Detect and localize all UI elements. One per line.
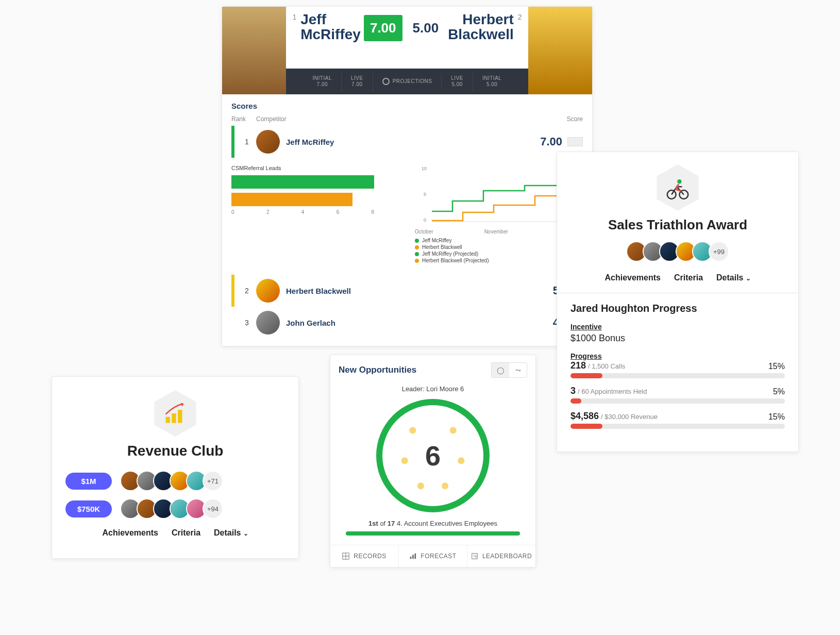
score-row[interactable]: 2 Herbert Blackwell 5. [231, 275, 583, 307]
row-score: 5. [521, 284, 562, 297]
projections-icon [382, 78, 390, 85]
rank-of: of [378, 520, 388, 527]
metric-value: $4,586 [570, 411, 599, 421]
tab-initial-left[interactable]: INITIAL 7.00 [304, 71, 342, 92]
forecast-button[interactable]: FORECAST [399, 545, 467, 567]
svg-rect-12 [410, 557, 412, 559]
tier-avatars: +94 [120, 498, 223, 519]
tab-criteria[interactable]: Criteria [674, 273, 703, 282]
score-right: 5.00 [407, 15, 445, 41]
chevron-down-icon: ⌄ [746, 275, 751, 282]
matchup-scores: 7.00 5.00 [364, 15, 445, 41]
revenue-club-card: Revenue Club $1M +71 $750K +94 Achieveme… [52, 376, 299, 559]
svg-rect-13 [412, 555, 414, 559]
chart-view-toggle[interactable]: ⤳ [509, 363, 527, 377]
tab-projections[interactable]: PROJECTIONS [373, 74, 442, 89]
row-rank: 3 [238, 319, 256, 327]
growth-chart-icon [161, 399, 189, 427]
avatar [256, 311, 280, 335]
avatar [256, 130, 280, 154]
gauge-view-toggle[interactable]: ◯ [492, 363, 509, 377]
metric-value: 3 [570, 386, 576, 396]
row-rank: 2 [238, 287, 256, 295]
axis-tick: November [484, 229, 508, 235]
tab-label: LIVE [351, 75, 363, 81]
legend-label: Herbert Blackwell [422, 244, 462, 250]
competitor-2-name: Herbert Blackwell [448, 12, 514, 42]
legend-label: Jeff McRiffey (Projected) [422, 251, 478, 257]
svg-text:0: 0 [424, 218, 426, 223]
progress-title: Jared Houghton Progress [570, 303, 785, 314]
competitor-1-first: Jeff [300, 12, 361, 27]
avatar-overflow[interactable]: +99 [709, 241, 729, 262]
competitor-2-last: Blackwell [448, 27, 514, 42]
tab-live-left[interactable]: LIVE 7.00 [342, 71, 373, 92]
avatar-overflow[interactable]: +71 [203, 471, 223, 491]
metric-percent: 15% [768, 362, 785, 371]
bar-chart-axis: 0 2 4 6 8 [231, 209, 374, 215]
incentive-value: $1000 Bonus [570, 333, 785, 344]
metric-target: / $30,000 Revenue [601, 413, 658, 421]
matchup-card: 1 Jeff McRiffey 7.00 5.00 Herbert Blackw… [222, 6, 593, 346]
competitor-2-first: Herbert [448, 12, 514, 27]
gauge-value: 6 [425, 440, 441, 472]
opportunities-header: New Opportunities ◯ ⤳ [330, 355, 535, 385]
button-label: LEADERBOARD [482, 553, 532, 560]
divider [557, 293, 798, 293]
tab-label: Details [716, 273, 743, 282]
tier-pill[interactable]: $1M [65, 473, 112, 490]
row-badge [567, 137, 583, 146]
progress-metric: 3/ 60 Appointments Held 5% [570, 386, 785, 404]
rank-number: 1st [368, 520, 378, 527]
tab-achievements[interactable]: Achievements [103, 528, 159, 538]
tab-initial-right[interactable]: INITIAL 5.00 [473, 71, 511, 92]
row-rank: 1 [238, 138, 256, 146]
bar-series-1 [231, 175, 374, 189]
gauge-wrap: 6 [330, 396, 535, 517]
triathlon-avatars: +99 [570, 241, 785, 262]
tab-value: 5.00 [482, 81, 501, 88]
revenue-title: Revenue Club [65, 443, 285, 459]
avatar-overflow[interactable]: +94 [203, 498, 223, 519]
bar-chart-icon [409, 553, 416, 560]
leaderboard-button[interactable]: LEADERBOARD [467, 545, 535, 567]
tab-value: 7.00 [351, 81, 363, 88]
metric-target: / 1,500 Calls [588, 362, 625, 370]
avatar [256, 279, 280, 303]
rank-text: 1st of 17 4. Account Executives Employee… [346, 520, 520, 527]
progress-bar [570, 398, 785, 404]
triathlon-tabs: Achievements Criteria Details⌄ [570, 273, 785, 282]
tab-details[interactable]: Details⌄ [214, 528, 248, 538]
tab-criteria[interactable]: Criteria [172, 528, 200, 538]
button-label: FORECAST [421, 553, 456, 560]
svg-point-8 [677, 179, 681, 183]
tab-value: 7.00 [313, 81, 332, 88]
rank-bar [346, 531, 520, 536]
svg-rect-18 [178, 410, 182, 423]
col-competitor: Competitor [256, 115, 542, 123]
axis-tick: 8 [372, 209, 375, 215]
svg-rect-16 [165, 417, 170, 423]
rank-rest: 4. Account Executives Employees [395, 520, 497, 527]
score-row[interactable]: 3 John Gerlach 4. [231, 307, 583, 339]
tab-achievements[interactable]: Achievements [605, 273, 661, 282]
triathlon-badge [654, 164, 701, 211]
tab-live-right[interactable]: LIVE 5.00 [442, 71, 473, 92]
progress-bar [570, 373, 785, 378]
legend-dot-icon [415, 245, 419, 249]
row-name: Herbert Blackwell [286, 287, 521, 295]
tab-value: 5.00 [451, 81, 463, 88]
view-toggles: ◯ ⤳ [491, 362, 527, 378]
tier-pill[interactable]: $750K [65, 500, 112, 517]
progress-metric: 218/ 1,500 Calls 15% [570, 360, 785, 378]
competitor-1-rank: 1 [292, 13, 296, 21]
tab-label: INITIAL [482, 75, 501, 81]
metric-percent: 15% [768, 412, 785, 422]
col-rank: Rank [231, 115, 256, 123]
matchup-header: 1 Jeff McRiffey 7.00 5.00 Herbert Blackw… [222, 7, 592, 94]
score-row[interactable]: 1 Jeff McRiffey 7.00 [231, 126, 583, 158]
records-button[interactable]: RECORDS [330, 545, 399, 567]
row-name: John Gerlach [286, 319, 521, 327]
tab-details[interactable]: Details⌄ [716, 273, 750, 282]
matchup-names: 1 Jeff McRiffey 7.00 5.00 Herbert Blackw… [286, 7, 528, 69]
